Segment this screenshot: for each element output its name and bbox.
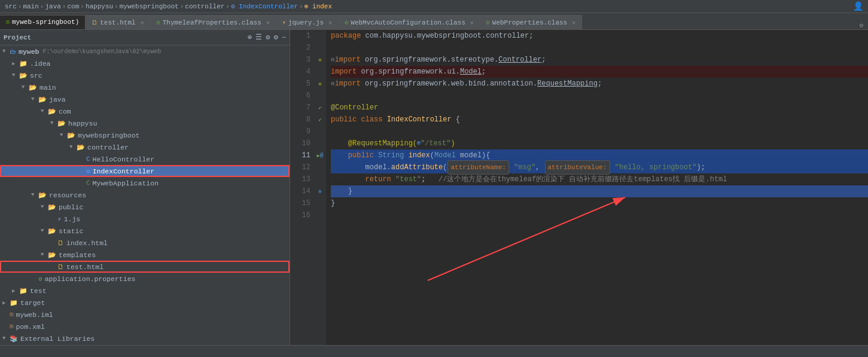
folder-icon-mywebspringboot: 📂 xyxy=(67,132,75,139)
tree-item-hellocontroller[interactable]: ▶ C HelloController xyxy=(0,153,290,165)
tab-jquery[interactable]: ⚡ jquery.js ✕ xyxy=(276,15,339,29)
tree-item-java[interactable]: ▼ 📂 java xyxy=(0,93,290,105)
java-icon-mywebapplication: C xyxy=(86,179,90,187)
tree-item-myweb[interactable]: ▼ 🗁 myweb F:\ourdemo\kuangshenJava\02\my… xyxy=(0,45,290,57)
tab-icon-webprops: ⚙ xyxy=(486,19,490,26)
breadcrumb-java[interactable]: java xyxy=(45,3,60,10)
status-bar xyxy=(0,345,868,357)
tree-item-static[interactable]: ▼ 📂 static xyxy=(0,225,290,237)
code-line-12: model.addAttribute( attributeName: "msg"… xyxy=(331,161,868,173)
close-icon-jquery[interactable]: ✕ xyxy=(328,19,332,26)
js-icon-1js: ⚡ xyxy=(57,215,62,223)
tab-icon-thymeleaf: ⚙ xyxy=(157,19,160,26)
breadcrumb-index[interactable]: ⊕ index xyxy=(304,2,332,10)
tab-myweb-springboot[interactable]: m myweb-springboot) xyxy=(0,15,86,29)
tab-test-html[interactable]: 🗋 test.html ✕ xyxy=(86,15,150,29)
code-line-15: } xyxy=(331,197,868,209)
gear-icon[interactable]: ⚙ xyxy=(274,33,278,42)
tree-label-pomxml: pom.xml xyxy=(16,323,45,331)
tree-item-mywebspringboot[interactable]: ▼ 📂 mywebspringboot xyxy=(0,129,290,141)
xml-icon-pomxml: m xyxy=(10,323,14,330)
editor-content[interactable]: 1 2 3 4 5 6 7 8 9 10 11 12 13 14 15 16 xyxy=(290,30,868,345)
close-icon-thymeleaf[interactable]: ✕ xyxy=(266,19,270,26)
tree-item-1js[interactable]: ▶ ⚡ 1.js xyxy=(0,213,290,225)
tree-item-controller[interactable]: ▼ 📂 controller xyxy=(0,141,290,153)
folder-icon-idea: 📁 xyxy=(19,60,28,68)
tree-item-indexcontroller[interactable]: ▶ ⚙ IndexController xyxy=(0,165,290,177)
user-icon[interactable]: 👤 xyxy=(853,1,863,11)
tab-settings-icon[interactable]: ⚙ xyxy=(854,22,868,29)
close-icon-webprops[interactable]: ✕ xyxy=(572,19,575,26)
tree-item-pomxml[interactable]: ▶ m pom.xml xyxy=(0,321,290,332)
tree-item-main[interactable]: ▼ 📂 main xyxy=(0,81,290,93)
tab-webmvc[interactable]: ⚙ WebMvcAutoConfiguration.class ✕ xyxy=(339,15,480,29)
tree-item-appprops[interactable]: ▶ ⚙ application.properties xyxy=(0,273,290,285)
tree-label-indexcontroller: IndexController xyxy=(93,167,155,175)
code-line-9 xyxy=(331,126,868,138)
folder-icon-public: 📂 xyxy=(48,203,56,211)
breadcrumb-mywebspringboot[interactable]: mywebspringboot xyxy=(120,3,179,10)
gutter-icons: ⊖ ⊖ ✔ ✔ ▶@ ⊖ xyxy=(314,30,326,345)
tree-item-test[interactable]: ▶ 📁 test xyxy=(0,285,290,297)
tab-webprops[interactable]: ⚙ WebProperties.class ✕ xyxy=(480,15,582,29)
tree-item-public[interactable]: ▼ 📂 public xyxy=(0,201,290,213)
close-icon-webmvc[interactable]: ✕ xyxy=(470,19,474,26)
code-area[interactable]: package com.happysu.mywebspringboot.cont… xyxy=(326,30,868,345)
breadcrumb-happysu[interactable]: happysu xyxy=(86,3,113,10)
html-icon-indexhtml: 🗋 xyxy=(57,239,64,247)
code-line-5: ⊖import org.springframework.web.bind.ann… xyxy=(331,78,868,90)
tree-label-controller: controller xyxy=(87,144,129,151)
tab-icon-myweb: m xyxy=(6,19,10,26)
folder-icon-java: 📂 xyxy=(38,96,47,103)
tree-item-com[interactable]: ▼ 📂 com xyxy=(0,105,290,117)
tree-item-src[interactable]: ▼ 📂 src xyxy=(0,69,290,81)
tree-item-extlibs[interactable]: ▼ 📚 External Libraries xyxy=(0,332,290,344)
code-line-11: public String index(Model model){ xyxy=(331,149,868,161)
tree-item-mywebapplication[interactable]: ▶ C MywebApplication xyxy=(0,177,290,189)
tree-item-mywebiml[interactable]: ▶ m myweb.iml xyxy=(0,309,290,321)
tree-label-idea: .idea xyxy=(30,60,51,68)
collapse-all-icon[interactable]: ☰ xyxy=(255,33,262,42)
tab-label-myweb: myweb-springboot) xyxy=(12,19,79,26)
tree-item-target[interactable]: ▶ 📁 target xyxy=(0,297,290,309)
tab-label-testhtml: test.html xyxy=(100,19,135,26)
folder-icon-templates: 📂 xyxy=(48,251,56,259)
tree-label-extlibs: External Libraries xyxy=(20,335,95,343)
breadcrumb-src[interactable]: src xyxy=(5,3,17,10)
code-line-8: public class IndexController { xyxy=(331,114,868,126)
folder-icon-resources: 📂 xyxy=(38,191,47,199)
tree-item-testhtml[interactable]: ▶ 🗋 test.html xyxy=(0,261,290,273)
locate-icon[interactable]: ⊕ xyxy=(248,33,252,42)
java-icon-indexcontroller: ⚙ xyxy=(86,167,90,175)
tree-label-resources: resources xyxy=(49,191,86,199)
tree-item-indexhtml[interactable]: ▶ 🗋 index.html xyxy=(0,237,290,249)
tab-label-webmvc: WebMvcAutoConfiguration.class xyxy=(351,19,465,26)
breadcrumb-main[interactable]: main xyxy=(23,3,38,10)
breadcrumb-indexcontroller[interactable]: ⚙ IndexController xyxy=(231,2,298,10)
code-line-4: import org.springframework.ui.Model; xyxy=(331,66,868,78)
code-line-7: @Controller xyxy=(331,102,868,114)
tab-icon-webmvc: ⚙ xyxy=(345,19,348,26)
tree-label-target: target xyxy=(20,299,45,307)
tree-item-templates[interactable]: ▼ 📂 templates xyxy=(0,249,290,261)
code-line-6 xyxy=(331,90,868,102)
breadcrumb-controller[interactable]: controller xyxy=(185,3,224,10)
tab-label-thymeleaf: ThymeleafProperties.class xyxy=(163,19,261,26)
tab-thymeleaf[interactable]: ⚙ ThymeleafProperties.class ✕ xyxy=(151,15,276,29)
run-icon-line11[interactable]: ▶@ xyxy=(314,149,326,161)
tab-label-webprops: WebProperties.class xyxy=(492,19,567,26)
breadcrumb-com[interactable]: com xyxy=(67,3,79,10)
settings-icon[interactable]: ⚙ xyxy=(266,33,270,42)
minimize-icon[interactable]: − xyxy=(282,33,286,42)
tree-label-1js: 1.js xyxy=(64,215,81,223)
folder-icon-com: 📂 xyxy=(48,108,56,115)
tree-item-jdk[interactable]: ▶ ☕ < 1.8 > C:\Users\jayq\jdks\corretto-… xyxy=(0,344,290,345)
close-icon-testhtml[interactable]: ✕ xyxy=(141,19,144,26)
code-line-16 xyxy=(331,209,868,221)
tab-label-jquery: jquery.js xyxy=(288,19,324,26)
editor: 1 2 3 4 5 6 7 8 9 10 11 12 13 14 15 16 xyxy=(290,30,868,345)
tree-item-idea[interactable]: ▶ 📁 .idea xyxy=(0,57,290,69)
tree-item-resources[interactable]: ▼ 📂 resources xyxy=(0,189,290,201)
folder-icon-main: 📂 xyxy=(29,84,37,91)
tree-item-happysu[interactable]: ▼ 📂 happysu xyxy=(0,117,290,129)
